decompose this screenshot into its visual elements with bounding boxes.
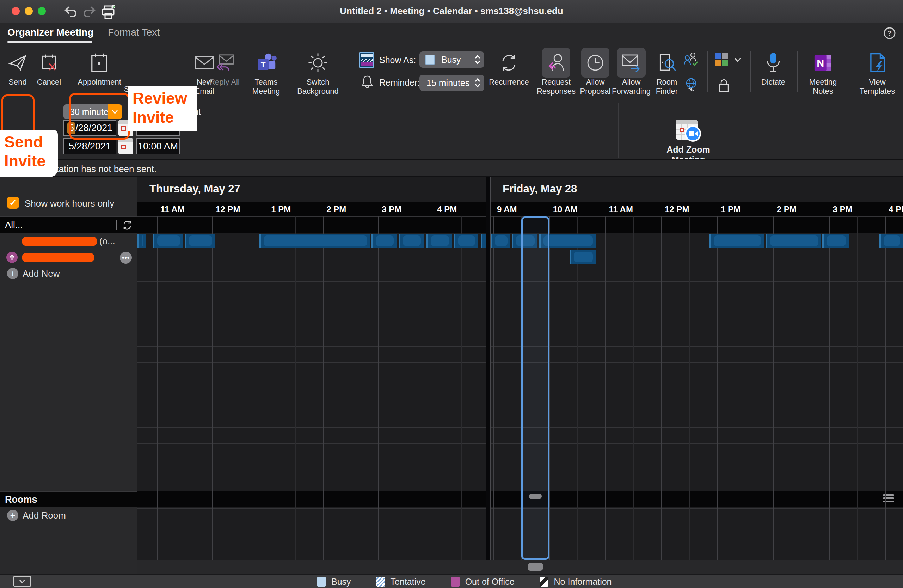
add-room-label: Add Room: [22, 510, 66, 521]
annotation-review-invite: Review Invite: [128, 86, 197, 131]
busy-segment[interactable]: [153, 234, 183, 248]
add-new-row[interactable]: + Add New: [0, 265, 137, 281]
recurrence-button[interactable]: Recurrence: [489, 48, 529, 87]
time-label: 12 PM: [216, 204, 240, 214]
info-bar: ! This invitation has not been sent.: [0, 159, 903, 177]
scrollbar-thumb[interactable]: [528, 563, 543, 571]
busy-segment[interactable]: [822, 234, 849, 248]
meeting-notes-button[interactable]: N Meeting Notes: [804, 48, 842, 96]
time-label: 1 PM: [721, 204, 741, 214]
busy-segment[interactable]: [260, 234, 370, 248]
end-time-field[interactable]: 10:00 AM: [136, 138, 180, 154]
dictate-icon: [764, 52, 782, 74]
organizer-row[interactable]: (o...: [0, 233, 137, 249]
horizontal-scrollbar[interactable]: [137, 560, 903, 574]
time-label: 2 PM: [326, 204, 346, 214]
form-divider: [618, 103, 618, 158]
free-busy-grid[interactable]: Thursday, May 2711 AM12 PM1 PM2 PM3 PM4 …: [137, 177, 903, 560]
gridline: [829, 217, 830, 560]
annotation-send-invite: Send Invite: [0, 130, 58, 177]
request-responses-toggle[interactable]: Request Responses: [535, 48, 577, 96]
recurrence-icon: [499, 52, 519, 73]
switch-background-button[interactable]: Switch Background: [295, 48, 341, 96]
busy-segment[interactable]: [371, 234, 396, 248]
appointment-button[interactable]: Appointment: [75, 48, 124, 87]
legend-items: Busy Tentative Out of Office No Informat…: [317, 575, 612, 588]
cancel-button[interactable]: Cancel: [34, 48, 64, 87]
categorize-button[interactable]: [714, 52, 730, 69]
busy-segment[interactable]: [710, 234, 764, 248]
switch-background-icon: [308, 52, 328, 73]
lock-icon[interactable]: [716, 77, 732, 94]
attendee-row[interactable]: •••: [0, 249, 137, 265]
time-label: 2 PM: [777, 204, 796, 214]
end-date-field[interactable]: 5/28/2021: [63, 138, 116, 154]
busy-segment[interactable]: [185, 234, 215, 248]
gridline: [323, 217, 324, 560]
teams-meeting-button[interactable]: T Teams Meeting: [247, 48, 285, 96]
attendee-sidebar: ✓ Show work hours only All... (o... ••• …: [0, 177, 137, 574]
add-room-row[interactable]: + Add Room: [0, 507, 137, 523]
busy-segment[interactable]: [879, 234, 903, 248]
selected-time-slot[interactable]: [521, 217, 549, 560]
collapse-panel-button[interactable]: [13, 576, 31, 586]
reminder-label: Reminder:: [379, 77, 420, 88]
all-attendees-label: All...: [5, 220, 23, 231]
end-date-picker-icon[interactable]: [118, 138, 133, 154]
busy-segment[interactable]: [569, 250, 596, 264]
gridline: [461, 217, 462, 560]
busy-segment[interactable]: [426, 234, 452, 248]
add-icon: +: [7, 510, 18, 521]
day-column[interactable]: Friday, May 289 AM10 AM11 AM12 PM1 PM2 P…: [491, 177, 903, 560]
help-icon[interactable]: ?: [883, 26, 897, 40]
ribbon-divider: [66, 51, 66, 92]
stepper-icon: [474, 54, 481, 65]
dictate-button[interactable]: Dictate: [757, 48, 790, 87]
reply-all-icon: [215, 53, 234, 72]
view-templates-button[interactable]: View Templates: [855, 48, 900, 96]
view-templates-icon: [867, 52, 887, 73]
busy-segment[interactable]: [766, 234, 821, 248]
add-icon: +: [7, 268, 18, 279]
day-header: Thursday, May 27: [149, 182, 241, 195]
busy-segment[interactable]: [137, 234, 146, 248]
show-as-dropdown[interactable]: Busy: [419, 52, 484, 68]
globe-icon[interactable]: [684, 77, 698, 93]
cancel-icon: [39, 53, 59, 72]
add-zoom-meeting-button[interactable]: Add Zoom Meeting: [665, 120, 712, 165]
gridline: [633, 217, 634, 560]
out-of-office-swatch: [451, 577, 459, 586]
reply-all-button[interactable]: Reply All: [209, 48, 241, 87]
tab-format-text[interactable]: Format Text: [108, 27, 160, 38]
people-status-icon[interactable]: [683, 52, 698, 68]
room-finder-button[interactable]: Room Finder: [652, 48, 682, 96]
allow-forwarding-toggle[interactable]: Allow Forwarding: [608, 48, 654, 96]
svg-text:T: T: [261, 60, 266, 69]
allow-proposal-icon: [585, 53, 605, 72]
attendee-options-button[interactable]: •••: [120, 252, 132, 264]
ribbon-divider: [707, 51, 708, 92]
time-label: 12 PM: [665, 204, 689, 214]
selection-drag-handle[interactable]: [529, 494, 542, 499]
gridline: [605, 217, 606, 560]
refresh-icon[interactable]: [122, 220, 132, 231]
work-hours-checkbox[interactable]: ✓: [7, 197, 19, 209]
all-attendees-row[interactable]: All...: [0, 217, 137, 233]
reminder-dropdown[interactable]: 15 minutes: [419, 75, 484, 91]
chevron-down-icon: [19, 579, 26, 584]
gridline: [885, 217, 886, 560]
show-as-label: Show As:: [379, 55, 416, 65]
busy-segment[interactable]: [454, 234, 478, 248]
teams-meeting-icon: T: [255, 52, 277, 73]
chevron-down-icon[interactable]: [734, 57, 742, 63]
day-column[interactable]: Thursday, May 2711 AM12 PM1 PM2 PM3 PM4 …: [137, 177, 486, 560]
gridline: [717, 217, 718, 560]
send-button[interactable]: Send: [3, 48, 32, 87]
gridline: [577, 217, 578, 560]
tentative-swatch: [376, 577, 385, 586]
busy-segment[interactable]: [399, 234, 424, 248]
gridline: [406, 217, 406, 560]
busy-segment[interactable]: [481, 234, 486, 248]
busy-segment[interactable]: [491, 234, 510, 248]
tab-organizer-meeting[interactable]: Organizer Meeting: [8, 27, 93, 38]
